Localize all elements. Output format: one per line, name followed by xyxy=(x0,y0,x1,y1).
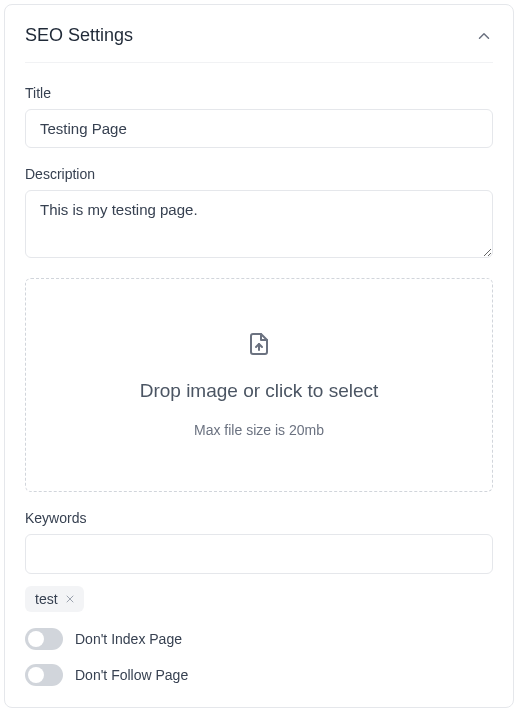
keyword-tag-label: test xyxy=(35,591,58,607)
seo-settings-panel: SEO Settings Title Description Drop imag… xyxy=(4,4,514,708)
toggle-knob xyxy=(28,631,44,647)
description-textarea[interactable] xyxy=(25,190,493,258)
nofollow-toggle-row: Don't Follow Page xyxy=(25,664,493,686)
chevron-up-icon[interactable] xyxy=(475,27,493,45)
panel-header: SEO Settings xyxy=(25,25,493,63)
close-icon[interactable] xyxy=(64,593,76,605)
keywords-label: Keywords xyxy=(25,510,493,526)
noindex-toggle[interactable] xyxy=(25,628,63,650)
nofollow-label: Don't Follow Page xyxy=(75,667,188,683)
title-label: Title xyxy=(25,85,493,101)
keywords-input[interactable] xyxy=(25,534,493,574)
dropzone-subtext: Max file size is 20mb xyxy=(194,422,324,438)
dropzone-text: Drop image or click to select xyxy=(140,380,379,402)
noindex-label: Don't Index Page xyxy=(75,631,182,647)
file-upload-icon xyxy=(247,332,271,356)
noindex-toggle-row: Don't Index Page xyxy=(25,628,493,650)
keyword-tag: test xyxy=(25,586,84,612)
panel-title: SEO Settings xyxy=(25,25,133,46)
toggle-knob xyxy=(28,667,44,683)
nofollow-toggle[interactable] xyxy=(25,664,63,686)
image-dropzone[interactable]: Drop image or click to select Max file s… xyxy=(25,278,493,492)
title-input[interactable] xyxy=(25,109,493,148)
description-label: Description xyxy=(25,166,493,182)
